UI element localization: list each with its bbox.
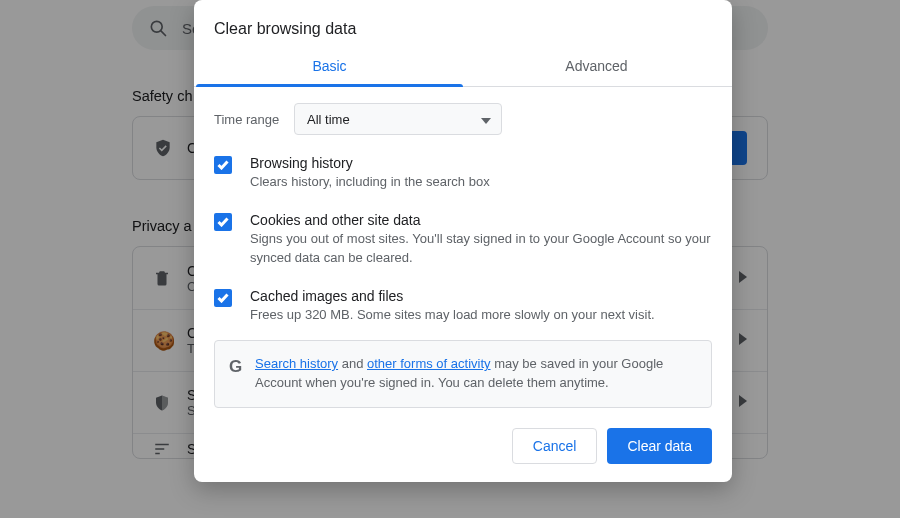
option-title: Cookies and other site data bbox=[250, 212, 712, 228]
link-search-history[interactable]: Search history bbox=[255, 356, 338, 371]
dialog-tabs: Basic Advanced bbox=[194, 46, 732, 87]
link-other-activity[interactable]: other forms of activity bbox=[367, 356, 491, 371]
time-range-value: All time bbox=[307, 112, 350, 127]
option-sub: Frees up 320 MB. Some sites may load mor… bbox=[250, 306, 655, 325]
checkbox-browsing-history[interactable] bbox=[214, 156, 232, 174]
option-sub: Clears history, including in the search … bbox=[250, 173, 490, 192]
clear-data-button[interactable]: Clear data bbox=[607, 428, 712, 464]
caret-down-icon bbox=[481, 112, 491, 127]
time-range-select[interactable]: All time bbox=[294, 103, 502, 135]
cancel-button[interactable]: Cancel bbox=[512, 428, 598, 464]
option-title: Browsing history bbox=[250, 155, 490, 171]
dialog-title: Clear browsing data bbox=[194, 0, 732, 46]
tab-advanced[interactable]: Advanced bbox=[463, 46, 730, 86]
notice-text: Search history and other forms of activi… bbox=[255, 355, 697, 393]
option-sub: Signs you out of most sites. You'll stay… bbox=[250, 230, 712, 268]
time-range-label: Time range bbox=[214, 112, 294, 127]
checkbox-cached[interactable] bbox=[214, 289, 232, 307]
option-cookies: Cookies and other site data Signs you ou… bbox=[214, 200, 712, 276]
clear-browsing-data-dialog: Clear browsing data Basic Advanced Time … bbox=[194, 0, 732, 482]
google-account-notice: G Search history and other forms of acti… bbox=[214, 340, 712, 408]
checkbox-cookies[interactable] bbox=[214, 213, 232, 231]
google-icon: G bbox=[229, 355, 255, 393]
option-title: Cached images and files bbox=[250, 288, 655, 304]
tab-basic[interactable]: Basic bbox=[196, 46, 463, 86]
option-cached: Cached images and files Frees up 320 MB.… bbox=[214, 276, 712, 333]
option-browsing-history: Browsing history Clears history, includi… bbox=[214, 143, 712, 200]
